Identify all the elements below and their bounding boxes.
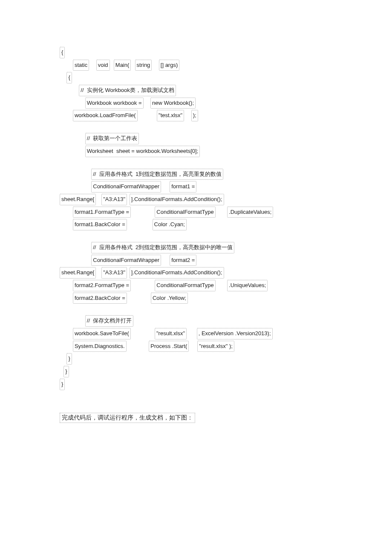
code-line: ConditionalFormatWrapper format2 = [60,255,332,266]
space [127,341,149,352]
code-line: Workbook workbook = new Workbook(); [60,98,332,109]
comment: // 应用条件格式 1到指定数据范围，高亮重复的数值 [91,169,223,180]
code-line: format1.BackColor = Color .Cyan; [60,219,332,230]
comment: // 应用条件格式 2到指定数据范围，高亮数据中的唯一值 [91,242,234,253]
space [96,267,101,279]
space [110,60,114,71]
expr-workbook-decl: Workbook workbook = [85,98,144,109]
brace-close: } [60,379,65,390]
code-line: workbook.SaveToFile( "result.xlsx" , Exc… [60,328,332,339]
type-string: string [135,60,152,71]
var-format2: format2 = [170,255,196,266]
expr-new-workbook: new Workbook(); [150,98,196,109]
space [131,280,155,291]
space [184,110,191,121]
space [127,194,130,205]
expr-worksheet: Worksheet sheet = workbook.Worksheets[0]… [85,146,200,157]
blank-line [60,305,332,315]
indent [60,341,73,352]
space [131,328,155,339]
space [144,98,150,109]
indent [60,315,85,327]
code-line: // 获取第一个工作表 [60,133,332,144]
indent [60,181,91,193]
expr-formattype: format1.FormatType = [73,207,131,218]
space [89,60,96,71]
indent [60,280,73,291]
expr-sheetrange: sheet.Range[ [60,267,96,279]
code-line: sheet.Range[ "A3:A13" ].ConditionalForma… [60,267,332,279]
indent [60,207,73,218]
space [189,341,197,352]
code-line: static void Main( string [] args) [60,60,332,71]
indent [60,133,85,144]
indent [60,242,91,253]
expr-backcolor: format2.BackColor = [73,293,127,304]
code-line: // 实例化 Workbook类，加载测试文档 [60,85,332,96]
code-line: ConditionalFormatWrapper format1 = [60,181,332,193]
blank-line [60,123,332,133]
code-line: } [60,353,332,365]
type-condformatwrapper: ConditionalFormatWrapper [91,255,161,266]
call-addcondition: ].ConditionalFormats.AddCondition(); [130,267,224,279]
footer-description: 完成代码后，调试运行程序，生成文档，如下图： [60,413,195,423]
color-cyan: Color .Cyan; [153,219,187,230]
space [161,255,170,266]
call-processstart: Process .Start( [149,341,189,352]
string-literal: "test.xlsx" [157,110,184,121]
blank-line [60,158,332,169]
string-literal: "A3:A13" [101,267,127,279]
indent [60,146,85,157]
brace-open: { [60,47,65,58]
code-line: format1.FormatType = ConditionalFormatTy… [60,207,332,218]
indent [60,366,63,377]
code-line: sheet.Range[ "A3:A13" ].ConditionalForma… [60,194,332,205]
space [216,207,227,218]
code-line: { [60,47,332,58]
enum-unique: .UniqueValues; [227,280,268,291]
indent [60,219,73,230]
call-addcondition: ].ConditionalFormats.AddCondition(); [130,194,224,205]
string-literal: "result.xlsx" ); [197,341,234,352]
expr-backcolor: format1.BackColor = [73,219,127,230]
brace-close: } [66,353,72,365]
code-line: { [60,72,332,83]
space [127,219,153,230]
document-page: { static void Main( string [] args) { // [0,0,392,466]
string-literal: "A3:A13" [101,194,127,205]
code-line: // 应用条件格式 2到指定数据范围，高亮数据中的唯一值 [60,242,332,253]
expr-formattype: format2.FormatType = [73,280,131,291]
indent [60,110,73,121]
space [138,110,157,121]
space [131,207,155,218]
var-format1: format1 = [170,181,196,193]
space [96,194,101,205]
space [127,267,130,279]
space [161,181,170,193]
enum-duplicate: .DuplicateValues; [227,207,273,218]
indent [60,85,79,96]
code-line: format2.FormatType = ConditionalFormatTy… [60,280,332,291]
code-block: { static void Main( string [] args) { // [60,47,332,390]
code-line: format2.BackColor = Color .Yellow; [60,293,332,304]
space [127,293,151,304]
space [216,280,227,291]
keyword-static: static [73,60,89,71]
indent [60,60,73,71]
space [131,60,135,71]
indent [60,98,85,109]
param-args: [] args) [159,60,179,71]
indent [60,293,73,304]
brace-open: { [66,72,72,83]
code-line: System.Diagnostics. Process .Start( "res… [60,341,332,352]
indent [60,72,66,83]
comment: // 实例化 Workbook类，加载测试文档 [79,85,176,96]
code-line: // 保存文档并打开 [60,315,332,327]
code-line: } [60,366,332,377]
paren-close: ); [191,110,198,121]
type-condformattype: ConditionalFormatType [155,280,215,291]
color-yellow: Color .Yellow; [151,293,188,304]
brace-close: } [63,366,69,377]
code-line: workbook.LoadFromFile( "test.xlsx" ); [60,110,332,121]
code-line: Worksheet sheet = workbook.Worksheets[0]… [60,146,332,157]
